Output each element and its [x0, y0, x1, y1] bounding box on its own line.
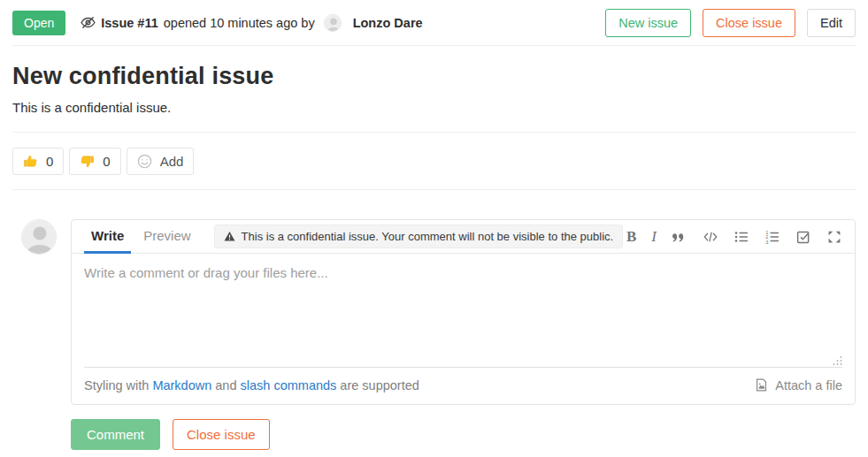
- supported-text: are supported: [340, 378, 419, 392]
- markdown-toolbar: B I: [626, 228, 842, 246]
- styling-prefix: Styling with: [84, 378, 149, 392]
- issue-page: Open Issue #11 opened 10 minutes ago by …: [0, 0, 868, 450]
- tab-preview[interactable]: Preview: [136, 220, 197, 254]
- attach-file-label: Attach a file: [775, 378, 842, 392]
- author-name[interactable]: Lonzo Dare: [353, 16, 423, 30]
- comment-textarea-wrap: [84, 254, 842, 368]
- current-user-avatar: [21, 219, 57, 255]
- comment-form-header: Write Preview This is a confidential iss…: [72, 220, 855, 254]
- confidential-eye-slash-icon: [81, 15, 96, 30]
- opened-text: opened 10 minutes ago by: [164, 16, 315, 30]
- svg-text:3: 3: [765, 239, 768, 244]
- numbered-list-icon[interactable]: 1 2 3: [764, 229, 780, 245]
- thumbs-up-icon: [23, 154, 38, 169]
- author-avatar[interactable]: [324, 14, 342, 32]
- close-issue-button-bottom[interactable]: Close issue: [173, 419, 270, 450]
- and-text: and: [215, 378, 236, 392]
- status-badge: Open: [12, 11, 65, 35]
- comment-input[interactable]: [84, 254, 842, 367]
- issue-description: This is a confidential issue.: [12, 100, 856, 115]
- comment-button[interactable]: Comment: [71, 419, 160, 450]
- new-issue-button[interactable]: New issue: [605, 9, 691, 37]
- task-list-icon[interactable]: [795, 229, 811, 245]
- close-issue-button-top[interactable]: Close issue: [703, 9, 795, 37]
- comment-form: Write Preview This is a confidential iss…: [71, 219, 856, 405]
- thumbs-up-button[interactable]: 0: [12, 148, 64, 175]
- resize-grip[interactable]: [832, 355, 842, 366]
- markdown-link[interactable]: Markdown: [152, 378, 211, 392]
- fullscreen-icon[interactable]: [826, 229, 842, 245]
- attach-file-icon: [754, 377, 769, 392]
- slash-commands-link[interactable]: slash commands: [241, 378, 337, 392]
- styling-hint: Styling with Markdown and slash commands…: [84, 378, 419, 392]
- add-award-label: Add: [160, 154, 184, 169]
- thumbs-down-count: 0: [103, 154, 110, 169]
- bulleted-list-icon[interactable]: [734, 229, 749, 245]
- tab-write[interactable]: Write: [84, 220, 131, 254]
- confidential-warning-text: This is a confidential issue. Your comme…: [242, 230, 614, 243]
- issue-header: Open Issue #11 opened 10 minutes ago by …: [12, 0, 856, 46]
- confidential-warning: This is a confidential issue. Your comme…: [214, 225, 624, 248]
- issue-ref: Issue #11: [101, 16, 158, 30]
- bold-icon[interactable]: B: [626, 228, 636, 246]
- page-title: New confidential issue: [12, 63, 856, 90]
- blockquote-icon[interactable]: [672, 229, 687, 245]
- code-icon[interactable]: [703, 229, 718, 245]
- warning-triangle-icon: [224, 231, 235, 242]
- submit-row: Comment Close issue: [71, 419, 856, 450]
- thumbs-down-button[interactable]: 0: [69, 148, 120, 175]
- header-actions: New issue Close issue Edit: [605, 9, 856, 37]
- add-award-button[interactable]: Add: [127, 148, 195, 175]
- italic-icon[interactable]: I: [651, 228, 657, 246]
- thumbs-up-count: 0: [46, 154, 53, 169]
- attach-file-button[interactable]: Attach a file: [754, 377, 842, 392]
- award-emoji-row: 0 0 Add: [12, 133, 856, 189]
- thumbs-down-icon: [80, 154, 95, 169]
- comment-form-footer: Styling with Markdown and slash commands…: [72, 368, 855, 404]
- edit-button[interactable]: Edit: [807, 9, 856, 37]
- smiley-icon: [137, 154, 152, 169]
- comment-section: Write Preview This is a confidential iss…: [12, 190, 856, 405]
